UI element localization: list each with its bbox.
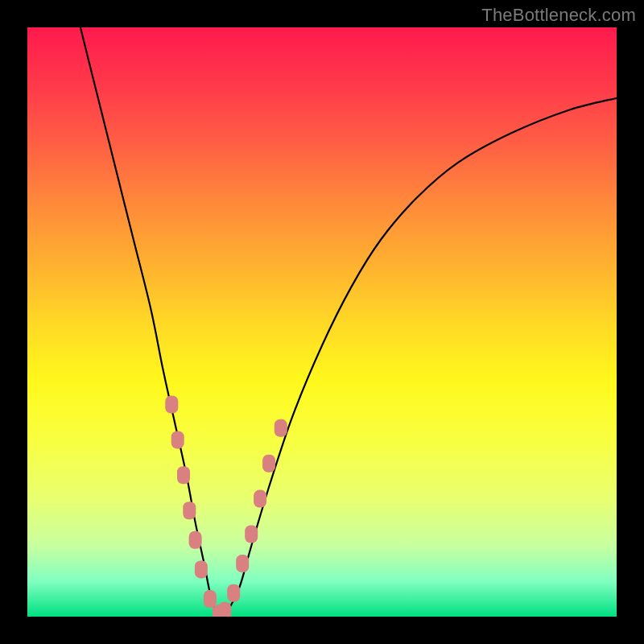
- marker-point: [245, 526, 258, 543]
- plot-area: [27, 27, 617, 617]
- marker-point: [204, 590, 217, 608]
- curve-svg: [27, 27, 617, 617]
- marker-point: [236, 555, 249, 572]
- marker-point: [218, 602, 231, 617]
- marker-point: [189, 531, 202, 549]
- marker-point: [171, 431, 184, 448]
- chart-frame: TheBottleneck.com: [0, 0, 644, 644]
- marker-point: [195, 560, 208, 578]
- marker-point: [177, 466, 190, 484]
- watermark-text: TheBottleneck.com: [481, 5, 636, 26]
- marker-point: [227, 584, 240, 602]
- highlight-points: [165, 396, 287, 617]
- marker-point: [262, 455, 275, 473]
- marker-point: [275, 419, 287, 437]
- marker-point: [165, 396, 178, 414]
- marker-point: [254, 490, 266, 508]
- marker-point: [183, 502, 196, 519]
- bottleneck-curve: [80, 27, 617, 617]
